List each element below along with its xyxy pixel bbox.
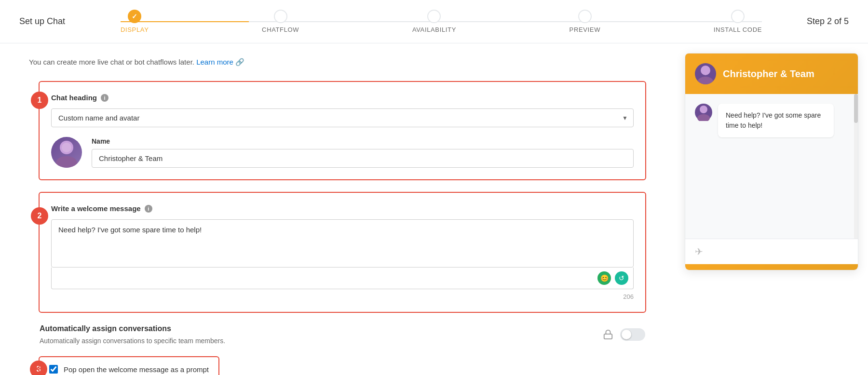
auto-assign-toggle[interactable] [620,328,645,341]
step-preview-circle [578,10,592,23]
auto-assign-text-group: Automatically assign conversations Autom… [40,324,596,345]
chat-heading-label: Chat heading i [51,94,634,102]
step-chatflow-circle [274,10,287,23]
char-count: 206 [51,293,634,300]
step-availability-label: AVAILABILITY [412,26,456,33]
badge-1: 1 [31,92,48,109]
svg-point-5 [698,77,713,84]
step-install-code[interactable]: INSTALL CODE [714,10,762,33]
send-icon: ✈ [695,246,703,257]
chat-header-avatar [695,63,716,84]
refresh-icon[interactable]: ↺ [615,271,628,285]
emoji-icon[interactable]: 😊 [597,271,611,285]
welcome-message-info-icon[interactable]: i [145,205,152,213]
auto-assign-heading: Automatically assign conversations [40,324,596,333]
textarea-tools: 😊 ↺ [51,268,634,289]
heading-type-select[interactable]: Custom name and avatar Agent name and av… [51,108,634,127]
lock-icon [603,329,613,340]
step-display[interactable]: DISPLAY [121,10,149,33]
name-sublabel: Name [92,137,634,145]
svg-point-1 [56,156,77,168]
auto-assign-row: Automatically assign conversations Autom… [40,324,645,345]
right-panel: Christopher & Team Need help? I've got s… [675,43,868,375]
svg-point-6 [700,106,707,113]
svg-point-2 [62,143,71,152]
agent-name-input[interactable] [92,149,634,168]
chat-scroll-thumb [854,94,858,123]
chat-header-name: Christopher & Team [723,68,814,80]
svg-point-4 [701,66,710,75]
step-chatflow-label: CHATFLOW [262,26,299,33]
left-panel: You can create more live chat or bot cha… [0,43,675,375]
step-availability[interactable]: AVAILABILITY [412,10,456,33]
svg-point-7 [697,114,710,121]
progress-bar: DISPLAY CHATFLOW AVAILABILITY PREVIEW IN… [92,10,791,33]
welcome-message-section: 2 Write a welcome message i Need help? I… [39,192,646,313]
heading-type-select-wrapper: Custom name and avatar Agent name and av… [51,108,634,127]
svg-rect-3 [604,334,612,339]
step-install-circle [731,10,745,23]
page-header: Set up Chat DISPLAY CHATFLOW AVAILABILIT… [0,0,868,43]
step-preview-label: PREVIEW [570,26,601,33]
welcome-message-box: Need help? I've got some spare time to h… [51,219,634,289]
step-chatflow[interactable]: CHATFLOW [262,10,299,33]
pop-open-section: Pop open the welcome message as a prompt [39,356,219,375]
chat-heading-info-icon[interactable]: i [101,94,108,102]
page-title: Set up Chat [19,16,92,27]
chat-orange-bar [685,264,858,270]
pop-open-checkbox[interactable] [49,365,58,374]
toggle-thumb [622,330,631,339]
learn-more-link[interactable]: Learn more 🔗 [196,58,244,66]
chat-scroll-track[interactable] [854,94,858,239]
chat-body: Need help? I've got some spare time to h… [685,94,858,239]
info-text: You can create more live chat or bot cha… [29,58,646,67]
agent-avatar [51,137,82,168]
main-content: You can create more live chat or bot cha… [0,43,868,375]
agent-avatar-svg [51,137,82,168]
chat-header-avatar-svg [695,63,716,84]
step-availability-circle [427,10,441,23]
auto-assign-description: Automatically assign conversations to sp… [40,337,596,345]
chat-footer: ✈ [685,239,858,264]
welcome-message-textarea[interactable]: Need help? I've got some spare time to h… [51,219,634,268]
chat-heading-section: 1 Chat heading i Custom name and avatar … [39,81,646,180]
step-display-circle [128,10,141,23]
step-indicator: Step 2 of 5 [791,16,849,27]
step-display-label: DISPLAY [121,26,149,33]
badge-2: 2 [31,207,48,225]
avatar-name-row: Name [51,137,634,168]
chat-header: Christopher & Team [685,54,858,94]
welcome-message-label: Write a welcome message i [51,204,634,213]
chat-agent-avatar [695,104,712,121]
pop-open-label: Pop open the welcome message as a prompt [64,365,209,374]
toggle-track[interactable] [620,328,645,341]
chat-message-row: Need help? I've got some spare time to h… [695,104,848,137]
auto-assign-section: Automatically assign conversations Autom… [29,324,646,345]
step-preview[interactable]: PREVIEW [570,10,601,33]
name-field-group: Name [92,137,634,168]
chat-bubble: Need help? I've got some spare time to h… [718,104,834,137]
chat-agent-avatar-svg [695,104,712,121]
chat-preview: Christopher & Team Need help? I've got s… [685,53,858,270]
pop-open-section-wrapper: 3 Pop open the welcome message as a prom… [39,356,219,375]
step-install-label: INSTALL CODE [714,26,762,33]
